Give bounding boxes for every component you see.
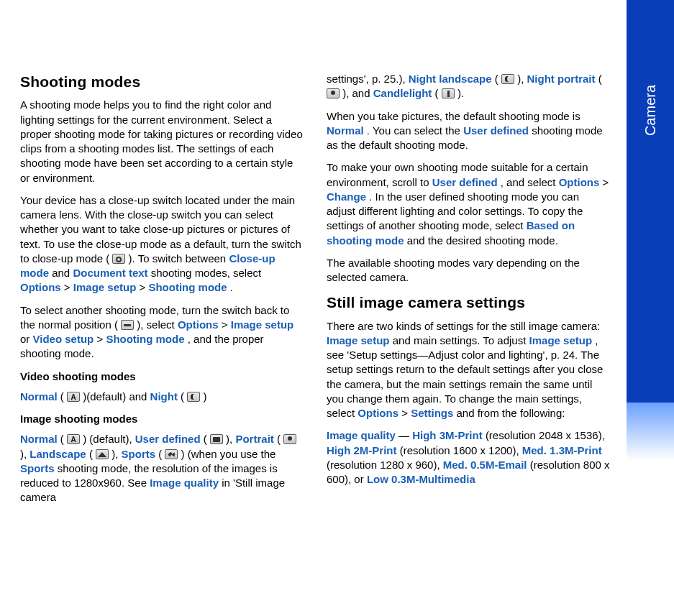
- heading-shooting-modes: Shooting modes: [20, 72, 304, 92]
- night-mode-icon: [187, 392, 200, 402]
- para-closeup-switch: Your device has a close-up switch locate…: [20, 193, 304, 295]
- kw-user-defined: User defined: [135, 433, 201, 445]
- subhead-video-modes: Video shooting modes: [20, 369, 304, 384]
- kw-night: Night: [150, 390, 178, 403]
- kw-options: Options: [358, 407, 399, 419]
- para-image-quality: Image quality — High 3M-Print (resolutio…: [327, 428, 610, 487]
- heading-still-image-settings: Still image camera settings: [327, 293, 610, 313]
- normal-position-icon: [121, 320, 134, 330]
- kw-image-quality: Image quality: [150, 477, 219, 489]
- para-settings-intro: There are two kinds of settings for the …: [327, 319, 610, 421]
- kw-low-0-3m: Low 0.3M-Multimedia: [367, 473, 475, 485]
- kw-video-setup: Video setup: [33, 333, 94, 345]
- kw-night-landscape: Night landscape: [409, 73, 492, 85]
- kw-options: Options: [559, 176, 600, 188]
- kw-normal: Normal: [20, 433, 58, 445]
- landscape-icon: [96, 449, 109, 459]
- column-left: Shooting modes A shooting mode helps you…: [20, 72, 304, 513]
- normal-mode-icon: [67, 392, 80, 402]
- user-defined-icon: [210, 434, 223, 444]
- closeup-icon: [112, 254, 125, 264]
- side-tab: Camera: [627, 0, 674, 616]
- night-landscape-icon: [501, 74, 514, 84]
- subhead-image-modes: Image shooting modes: [20, 412, 304, 426]
- normal-mode-icon: [67, 434, 80, 444]
- para-image-modes-continued: settings', p. 25.), Night landscape ( ),…: [327, 72, 610, 101]
- kw-portrait: Portrait: [235, 433, 273, 445]
- page-number: 25: [642, 546, 658, 566]
- kw-sports: Sports: [122, 448, 156, 460]
- kw-sports: Sports: [20, 462, 55, 474]
- kw-image-setup: Image setup: [327, 334, 390, 346]
- kw-image-quality: Image quality: [327, 429, 396, 441]
- para-availability: The available shooting modes vary depend…: [327, 256, 610, 285]
- column-right: settings', p. 25.), Night landscape ( ),…: [327, 72, 610, 513]
- kw-med-1-3m: Med. 1.3M-Print: [522, 444, 602, 456]
- kw-user-defined: User defined: [432, 176, 498, 188]
- kw-settings: Settings: [411, 407, 453, 419]
- kw-image-setup: Image setup: [73, 281, 137, 293]
- kw-shooting-mode: Shooting mode: [148, 281, 227, 293]
- kw-med-0-5m: Med. 0.5M-Email: [443, 459, 527, 471]
- kw-image-setup: Image setup: [231, 318, 294, 331]
- kw-night-portrait: Night portrait: [527, 73, 595, 85]
- kw-candlelight: Candlelight: [373, 87, 432, 99]
- kw-landscape: Landscape: [29, 448, 86, 460]
- kw-high-3m: High 3M-Print: [412, 429, 483, 441]
- page-content: Shooting modes A shooting mode helps you…: [20, 72, 610, 513]
- kw-normal: Normal: [327, 124, 364, 137]
- section-label: Camera: [641, 85, 660, 136]
- para-image-modes: Normal ( ) (default), User defined ( ), …: [20, 432, 304, 505]
- kw-normal: Normal: [20, 390, 58, 403]
- kw-shooting-mode: Shooting mode: [106, 333, 184, 345]
- kw-user-defined: User defined: [463, 124, 529, 137]
- candlelight-icon: [442, 88, 455, 98]
- para-video-modes: Normal ( )(default) and Night ( ): [20, 390, 304, 404]
- kw-image-setup: Image setup: [529, 334, 593, 346]
- para-select-another: To select another shooting mode, turn th…: [20, 303, 304, 362]
- kw-document-text: Document text: [73, 267, 147, 279]
- para-user-defined: To make your own shooting mode suitable …: [327, 160, 610, 248]
- sports-icon: [165, 449, 178, 459]
- portrait-icon: [283, 434, 296, 444]
- kw-change: Change: [327, 190, 366, 203]
- kw-options: Options: [20, 281, 61, 293]
- para-intro: A shooting mode helps you to find the ri…: [20, 98, 304, 185]
- kw-options: Options: [178, 318, 219, 331]
- night-portrait-icon: [327, 88, 340, 98]
- para-default-mode: When you take pictures, the default shoo…: [327, 109, 610, 153]
- kw-high-2m: High 2M-Print: [327, 444, 397, 456]
